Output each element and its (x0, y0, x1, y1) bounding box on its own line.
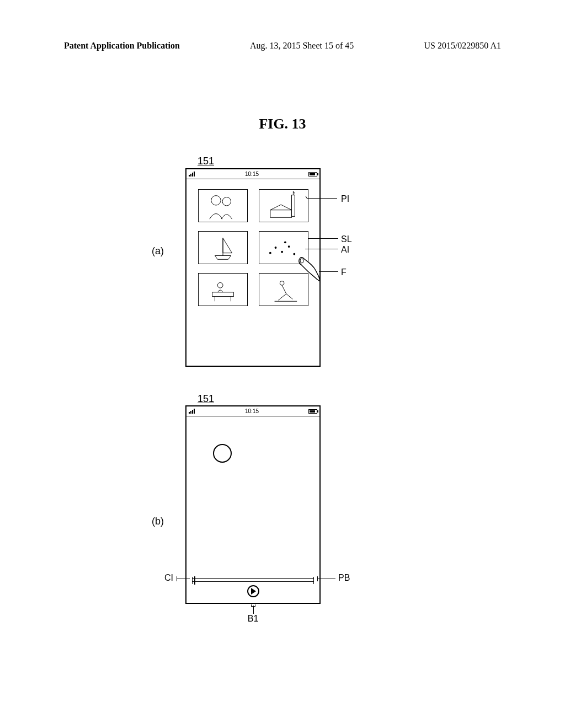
signal-icon (189, 408, 195, 415)
callout-b1: B1 (248, 614, 259, 624)
svg-point-13 (293, 253, 295, 255)
callout-ci: CI (164, 573, 173, 583)
sublabel-a: (a) (152, 245, 164, 257)
svg-point-18 (217, 282, 223, 288)
phone-screen-b: 10:15 B1 CI PB (185, 405, 321, 604)
status-bar-b: 10:15 (186, 406, 319, 416)
svg-point-14 (284, 241, 286, 243)
circle-shape (213, 444, 232, 463)
page-header: Patent Application Publication Aug. 13, … (64, 41, 501, 51)
svg-rect-28 (194, 409, 195, 414)
callout-pb: PB (338, 573, 350, 583)
finger-pointer-icon (297, 255, 322, 282)
svg-rect-0 (189, 175, 190, 176)
svg-rect-15 (212, 292, 233, 297)
progress-bar[interactable] (192, 578, 314, 582)
svg-point-10 (274, 247, 276, 249)
header-left: Patent Application Publication (64, 41, 180, 51)
battery-icon (308, 172, 317, 176)
signal-icon (189, 171, 195, 178)
svg-line-22 (286, 294, 292, 299)
svg-point-12 (287, 245, 290, 248)
svg-rect-3 (194, 172, 195, 176)
svg-rect-26 (190, 411, 191, 414)
header-center: Aug. 13, 2015 Sheet 15 of 45 (250, 41, 354, 51)
sublabel-b: (b) (152, 516, 164, 527)
thumbnail-sailboat[interactable] (198, 231, 248, 264)
svg-point-11 (281, 251, 283, 253)
svg-point-19 (280, 281, 284, 286)
thumbnail-grid (186, 179, 319, 316)
figure-title: FIG. 13 (0, 116, 565, 132)
header-right: US 2015/0229850 A1 (424, 41, 501, 51)
svg-line-20 (282, 285, 286, 293)
status-time: 10:15 (245, 171, 259, 177)
phone-screen-a: 10:15 PI SL AI F (185, 168, 321, 367)
battery-icon (308, 409, 317, 414)
svg-rect-1 (190, 174, 191, 176)
thumbnail-building[interactable] (259, 189, 308, 222)
phone-ref-bot: 151 (198, 393, 214, 405)
progress-area (192, 578, 314, 582)
play-button[interactable] (247, 585, 259, 597)
callout-ai: AI (341, 245, 349, 255)
svg-rect-7 (270, 210, 291, 218)
thumbnail-people[interactable] (198, 189, 248, 222)
svg-rect-2 (192, 173, 193, 176)
thumbnail-bench[interactable] (198, 273, 248, 306)
svg-rect-6 (291, 195, 295, 217)
status-time-b: 10:15 (245, 408, 259, 414)
callout-pi: PI (341, 194, 349, 204)
svg-point-5 (222, 197, 231, 206)
svg-point-9 (269, 252, 271, 254)
svg-line-21 (278, 294, 286, 301)
svg-rect-27 (192, 410, 193, 414)
phone-ref-top: 151 (198, 156, 214, 167)
callout-f: F (341, 267, 347, 277)
svg-point-4 (211, 196, 220, 205)
status-bar: 10:15 (186, 169, 319, 179)
callout-sl: SL (341, 234, 352, 244)
svg-rect-25 (189, 412, 190, 414)
progress-cursor[interactable] (194, 576, 195, 585)
